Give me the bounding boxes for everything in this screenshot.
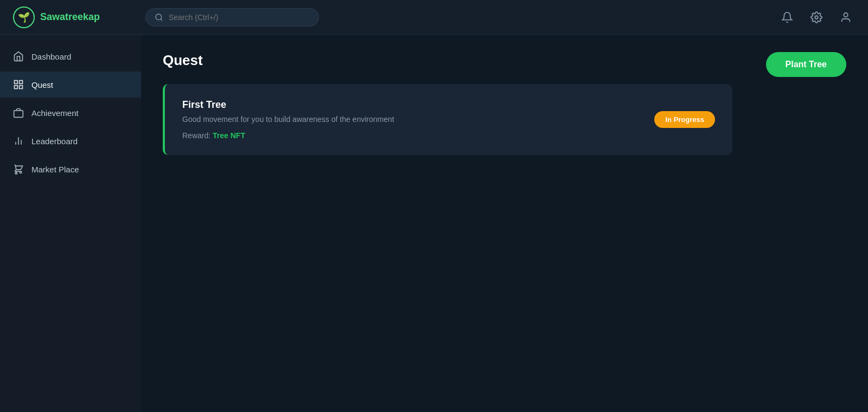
search-bar[interactable] (145, 8, 319, 27)
svg-rect-9 (20, 86, 23, 89)
sidebar: Dashboard Quest Achievement Leaderboard … (0, 35, 141, 412)
sidebar-label-quest: Quest (31, 80, 53, 89)
svg-point-4 (815, 16, 818, 19)
reward-value: Tree NFT (213, 131, 245, 140)
notification-button[interactable] (778, 8, 796, 27)
marketplace-icon (13, 164, 24, 175)
svg-line-3 (161, 19, 162, 21)
sidebar-label-dashboard: Dashboard (31, 52, 71, 61)
achievement-icon (13, 107, 24, 118)
plant-tree-button[interactable]: Plant Tree (766, 52, 846, 77)
search-input[interactable] (169, 13, 310, 22)
sidebar-label-achievement: Achievement (31, 108, 79, 118)
sidebar-label-leaderboard: Leaderboard (31, 137, 78, 146)
sidebar-item-achievement[interactable]: Achievement (0, 100, 141, 126)
svg-rect-6 (15, 81, 18, 84)
main-content: Quest Plant Tree First Tree Good movemen… (141, 35, 868, 412)
sidebar-item-quest[interactable]: Quest (0, 72, 141, 98)
quest-icon (13, 79, 24, 90)
quest-card-title: First Tree (182, 99, 394, 111)
leaderboard-icon (13, 136, 24, 146)
quest-card-description: Good movement for you to build awareness… (182, 115, 394, 124)
svg-point-2 (156, 14, 162, 20)
quest-card: First Tree Good movement for you to buil… (163, 84, 732, 155)
status-badge: In Progress (654, 111, 715, 128)
logo-text: Sawatreekap (40, 11, 100, 23)
svg-rect-8 (15, 86, 18, 89)
main-layout: Dashboard Quest Achievement Leaderboard … (0, 35, 868, 412)
svg-rect-10 (14, 111, 23, 118)
sidebar-item-dashboard[interactable]: Dashboard (0, 43, 141, 69)
quest-card-content: First Tree Good movement for you to buil… (182, 99, 394, 140)
svg-point-5 (844, 12, 847, 16)
sidebar-item-marketplace[interactable]: Market Place (0, 156, 141, 182)
svg-text:🌱: 🌱 (18, 11, 30, 23)
logo-icon: 🌱 (13, 7, 35, 28)
quest-card-reward: Reward: Tree NFT (182, 131, 394, 140)
user-button[interactable] (837, 8, 855, 27)
sidebar-label-marketplace: Market Place (31, 165, 79, 174)
header: 🌱 Sawatreekap (0, 0, 868, 35)
sidebar-item-leaderboard[interactable]: Leaderboard (0, 128, 141, 154)
header-right (778, 8, 855, 27)
logo-area: 🌱 Sawatreekap (13, 7, 132, 28)
svg-rect-7 (20, 81, 23, 84)
page-title: Quest (163, 52, 846, 69)
bell-icon (781, 11, 793, 23)
search-icon (155, 13, 163, 22)
settings-button[interactable] (807, 8, 826, 27)
gear-icon (810, 11, 822, 23)
home-icon (13, 51, 24, 62)
reward-label: Reward: (182, 131, 210, 140)
user-icon (840, 11, 852, 23)
